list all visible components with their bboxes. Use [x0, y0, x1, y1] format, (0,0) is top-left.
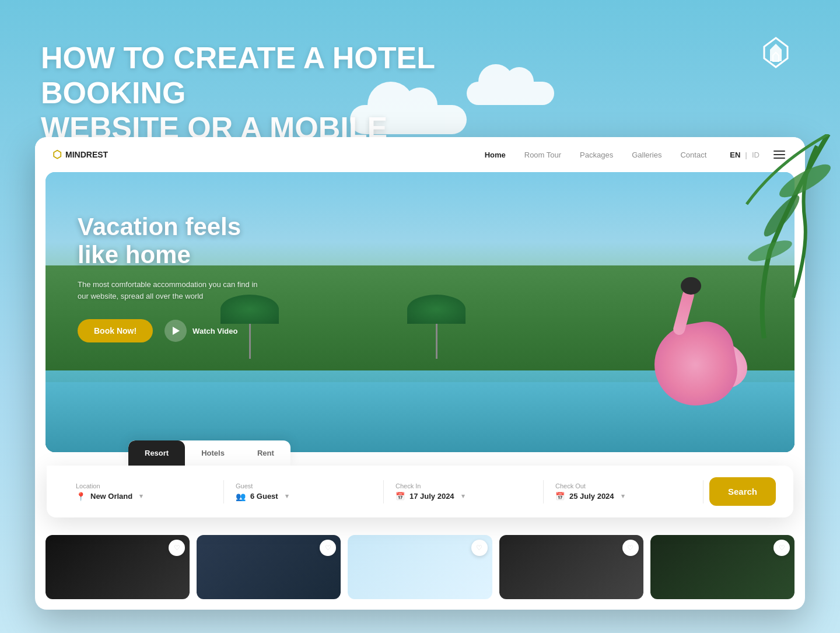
- property-card-4[interactable]: ♡: [499, 535, 643, 599]
- hamburger-line: [774, 158, 785, 159]
- search-form: Location 📍 New Orland ▾ Guest 👥 6 Guest …: [47, 466, 793, 517]
- nav-link-home[interactable]: Home: [485, 149, 506, 160]
- umbrella-2: [407, 295, 466, 359]
- guest-label: Guest: [236, 482, 372, 489]
- property-cards-row: ♡ ♡ ♡ ♡ ♡: [35, 523, 805, 610]
- checkin-chevron-icon: ▾: [461, 492, 465, 500]
- hero-subtitle: The most comfortable accommodation you c…: [78, 279, 270, 303]
- umbrella-top-2: [407, 295, 466, 324]
- navigation-bar: ⬡ MINDREST Home Room Tour Packages Galle…: [35, 137, 805, 172]
- checkout-label: Check Out: [555, 482, 692, 489]
- location-chevron-icon: ▾: [139, 492, 143, 500]
- flamingo-body: [648, 317, 743, 412]
- checkin-calendar-icon: 📅: [396, 492, 405, 501]
- flamingo-head: [681, 277, 701, 295]
- guest-chevron-icon: ▾: [285, 492, 289, 500]
- hero-title: Vacation feels like home: [78, 213, 270, 270]
- favorite-button-5[interactable]: ♡: [774, 540, 790, 556]
- checkin-value[interactable]: 📅 17 July 2024 ▾: [396, 492, 532, 501]
- nav-link-room-tour[interactable]: Room Tour: [524, 149, 561, 160]
- favorite-button-1[interactable]: ♡: [169, 540, 185, 556]
- property-card-1[interactable]: ♡: [46, 535, 190, 599]
- background: HOW TO CREATE A HOTEL BOOKING WEBSITE OR…: [0, 0, 840, 633]
- checkout-calendar-icon: 📅: [555, 492, 565, 501]
- watch-video-button[interactable]: Watch Video: [164, 320, 237, 342]
- location-field: Location 📍 New Orland ▾: [64, 482, 224, 501]
- tab-rent[interactable]: Rent: [241, 440, 290, 466]
- search-button[interactable]: Search: [709, 477, 776, 506]
- flamingo-decoration: [643, 289, 748, 417]
- property-card-2[interactable]: ♡: [197, 535, 341, 599]
- hamburger-line: [774, 151, 785, 152]
- favorite-button-4[interactable]: ♡: [622, 540, 639, 556]
- cloud-decoration-2: [467, 82, 554, 105]
- hero-text-block: Vacation feels like home The most comfor…: [78, 213, 270, 342]
- location-text: New Orland: [90, 492, 132, 501]
- language-switcher[interactable]: EN | ID: [730, 151, 760, 159]
- tab-hotels[interactable]: Hotels: [185, 440, 241, 466]
- tab-resort[interactable]: Resort: [128, 440, 185, 466]
- hamburger-line: [774, 154, 785, 155]
- checkin-date-text: 17 July 2024: [410, 492, 454, 501]
- hero-section: Vacation feels like home The most comfor…: [46, 172, 794, 452]
- site-logo: ⬡ MINDREST: [52, 148, 108, 161]
- guest-value[interactable]: 👥 6 Guest ▾: [236, 492, 372, 501]
- property-card-5[interactable]: ♡: [650, 535, 794, 599]
- brand-logo-badge: [758, 35, 793, 70]
- logo-icon: ⬡: [52, 148, 62, 161]
- nav-link-galleries[interactable]: Galleries: [632, 149, 662, 160]
- logo-brand: MINDREST: [65, 150, 108, 159]
- location-pin-icon: 📍: [76, 492, 86, 501]
- booking-panel: Resort Hotels Rent Location 📍 New Orland…: [41, 440, 799, 517]
- nav-link-contact[interactable]: Contact: [680, 149, 706, 160]
- booking-tabs: Resort Hotels Rent: [128, 440, 290, 466]
- checkout-field: Check Out 📅 25 July 2024 ▾: [544, 482, 704, 501]
- favorite-button-3[interactable]: ♡: [471, 540, 488, 556]
- checkout-date-text: 25 July 2024: [569, 492, 614, 501]
- checkin-label: Check In: [396, 482, 532, 489]
- nav-links: Home Room Tour Packages Galleries Contac…: [485, 149, 707, 160]
- people-icon: 👥: [236, 492, 246, 501]
- checkout-chevron-icon: ▾: [621, 492, 625, 500]
- play-triangle-icon: [173, 327, 180, 335]
- location-value[interactable]: 📍 New Orland ▾: [76, 492, 212, 501]
- favorite-button-2[interactable]: ♡: [320, 540, 336, 556]
- property-card-3[interactable]: ♡: [348, 535, 492, 599]
- guest-field: Guest 👥 6 Guest ▾: [224, 482, 384, 501]
- hero-buttons: Book Now! Watch Video: [78, 319, 270, 342]
- browser-window: ⬡ MINDREST Home Room Tour Packages Galle…: [35, 137, 805, 610]
- book-now-button[interactable]: Book Now!: [78, 319, 153, 342]
- umbrella-pole-2: [436, 324, 438, 359]
- location-label: Location: [76, 482, 212, 489]
- checkout-value[interactable]: 📅 25 July 2024 ▾: [555, 492, 692, 501]
- nav-link-packages[interactable]: Packages: [580, 149, 613, 160]
- play-icon-circle: [164, 320, 187, 342]
- checkin-field: Check In 📅 17 July 2024 ▾: [384, 482, 544, 501]
- guest-text: 6 Guest: [250, 492, 278, 501]
- hamburger-menu[interactable]: [771, 148, 788, 161]
